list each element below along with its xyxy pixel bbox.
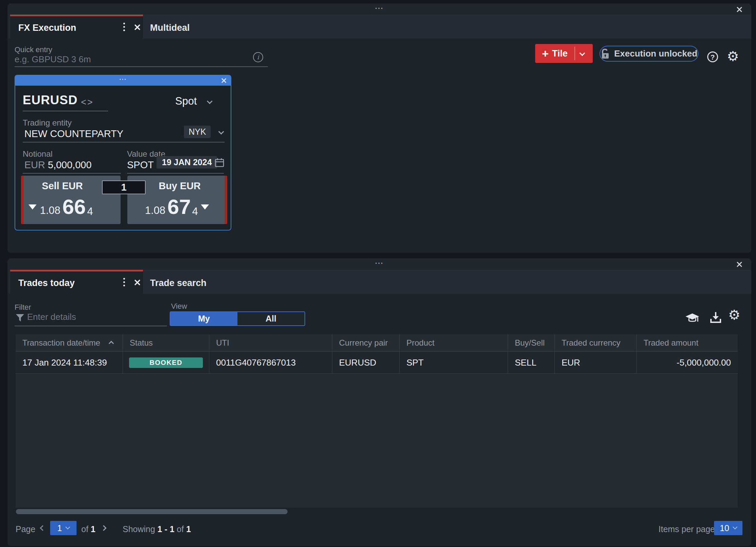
tab-trade-search[interactable]: Trade search xyxy=(150,278,207,288)
trades-table: Transaction date/time Status UTI Currenc… xyxy=(16,334,738,374)
sell-price-handle: 1.08 xyxy=(40,204,60,217)
trading-entity-label: Trading entity xyxy=(23,118,72,128)
items-per-page-label: Items per page xyxy=(658,524,715,534)
window-drag-handle-icon[interactable]: ⋯ xyxy=(375,258,384,268)
plus-icon: + xyxy=(542,48,549,59)
items-per-page-value: 10 xyxy=(720,523,729,533)
education-icon[interactable] xyxy=(685,313,700,324)
tenor-chevron-icon[interactable] xyxy=(207,99,213,104)
view-label: View xyxy=(171,302,187,311)
calendar-icon[interactable] xyxy=(214,157,225,168)
sort-ascending-icon[interactable] xyxy=(109,341,114,346)
tenor-select[interactable]: Spot xyxy=(175,95,197,107)
column-header-currency-pair[interactable]: Currency pair xyxy=(332,334,400,351)
showing-summary: Showing 1 - 1 of 1 xyxy=(123,524,191,534)
tab-menu-icon[interactable] xyxy=(123,278,125,280)
column-label: Buy/Sell xyxy=(515,338,545,348)
column-label: Status xyxy=(130,338,153,348)
fx-execution-window: ⋯ Multideal FX Execution Quick entry i +… xyxy=(7,3,751,253)
column-label: Transaction date/time xyxy=(22,338,100,348)
cell-traded-amount: -5,000,000.00 xyxy=(637,352,738,373)
column-header-traded-amount[interactable]: Traded amount xyxy=(637,334,738,351)
filter-input[interactable] xyxy=(27,312,156,322)
view-option-my[interactable]: My xyxy=(170,312,237,325)
column-label: Traded amount xyxy=(644,338,698,348)
page-select[interactable]: 1 xyxy=(50,521,77,535)
settings-gear-icon[interactable]: ⚙ xyxy=(727,49,739,63)
help-icon[interactable]: ? xyxy=(707,51,718,62)
notional-amount[interactable]: 5,000,000 xyxy=(48,159,91,170)
buy-price-handle: 1.08 xyxy=(145,204,165,217)
column-label: UTI xyxy=(216,338,229,348)
info-icon[interactable]: i xyxy=(253,52,263,62)
tab-menu-icon[interactable] xyxy=(123,23,125,24)
column-header-traded-currency[interactable]: Traded currency xyxy=(555,334,637,351)
page-of-total: of 1 xyxy=(81,524,96,534)
view-toggle: My All xyxy=(170,311,305,326)
tile-header[interactable]: ⋯ xyxy=(15,75,231,86)
tab-label: FX Execution xyxy=(18,23,76,33)
next-page-icon[interactable] xyxy=(102,525,106,531)
tab-multideal[interactable]: Multideal xyxy=(150,23,190,33)
items-select-chevron-icon xyxy=(733,525,737,529)
notional-underline xyxy=(23,173,121,174)
tab-trades-today[interactable]: Trades today xyxy=(10,270,143,294)
quick-entry-input[interactable] xyxy=(15,54,238,65)
column-header-buy-sell[interactable]: Buy/Sell xyxy=(508,334,555,351)
column-header-product[interactable]: Product xyxy=(400,334,508,351)
status-badge: BOOKED xyxy=(129,357,203,368)
value-date-badge[interactable]: 19 JAN 2024 xyxy=(156,156,217,169)
filter-label: Filter xyxy=(15,303,31,312)
quick-entry-label: Quick entry xyxy=(15,45,52,54)
window-titlebar: ⋯ xyxy=(7,258,751,270)
column-label: Product xyxy=(406,338,435,348)
table-row[interactable]: 17 Jan 2024 11:48:39 BOOKED 0011G4076786… xyxy=(16,351,738,374)
value-date-underline xyxy=(127,173,224,174)
entity-underline xyxy=(23,142,225,143)
column-label: Currency pair xyxy=(339,338,388,348)
quick-entry-underline xyxy=(15,66,268,67)
buy-price-pip: 4 xyxy=(192,205,198,218)
button-divider xyxy=(574,47,575,60)
page-value: 1 xyxy=(57,523,62,533)
previous-page-icon[interactable] xyxy=(41,525,45,531)
filter-funnel-icon xyxy=(16,314,24,322)
invert-pair-icon[interactable]: <> xyxy=(81,97,94,108)
trading-entity-value[interactable]: NEW COUNTEPARTY xyxy=(24,128,123,139)
column-header-status[interactable]: Status xyxy=(123,334,209,351)
horizontal-scrollbar[interactable] xyxy=(16,509,288,514)
column-header-uti[interactable]: UTI xyxy=(209,334,332,351)
window-close-icon[interactable] xyxy=(736,261,742,267)
tab-close-icon[interactable] xyxy=(134,24,140,30)
tab-fx-execution[interactable]: FX Execution xyxy=(10,15,143,39)
notional-value[interactable]: EUR 5,000,000 xyxy=(24,159,91,171)
tile-drag-handle-icon[interactable]: ⋯ xyxy=(119,74,127,84)
tile-close-icon[interactable] xyxy=(221,78,227,83)
tab-label: Trades today xyxy=(18,278,75,288)
settings-gear-icon[interactable]: ⚙ xyxy=(728,308,740,322)
cell-traded-currency: EUR xyxy=(555,352,637,373)
download-icon[interactable] xyxy=(710,311,721,324)
value-date-type[interactable]: SPOT xyxy=(127,159,154,171)
items-per-page-select[interactable]: 10 xyxy=(714,521,742,535)
new-tile-label: Tile xyxy=(552,48,568,59)
execution-lock-toggle[interactable]: Execution unlocked xyxy=(600,46,698,62)
tile-dropdown-button[interactable] xyxy=(580,50,584,57)
cell-uti: 0011G40767867013 xyxy=(209,352,332,373)
window-close-icon[interactable] xyxy=(736,6,742,13)
entity-chevron-icon[interactable] xyxy=(218,129,224,135)
view-option-all[interactable]: All xyxy=(237,312,304,325)
entity-site-badge[interactable]: NYK xyxy=(184,126,211,138)
column-label: Traded currency xyxy=(562,338,621,348)
notional-currency: EUR xyxy=(24,159,45,170)
column-header-transaction-datetime[interactable]: Transaction date/time xyxy=(16,334,123,351)
window-titlebar: ⋯ xyxy=(7,3,751,15)
tab-close-icon[interactable] xyxy=(134,279,140,285)
currency-pair-label[interactable]: EURUSD xyxy=(23,93,78,107)
cell-buy-sell: SELL xyxy=(508,352,555,373)
filter-underline xyxy=(15,326,167,326)
cell-product: SPT xyxy=(400,352,508,373)
window-drag-handle-icon[interactable]: ⋯ xyxy=(375,3,384,13)
spread-input[interactable]: 1 xyxy=(102,180,146,194)
new-tile-button[interactable]: + Tile xyxy=(535,44,593,63)
